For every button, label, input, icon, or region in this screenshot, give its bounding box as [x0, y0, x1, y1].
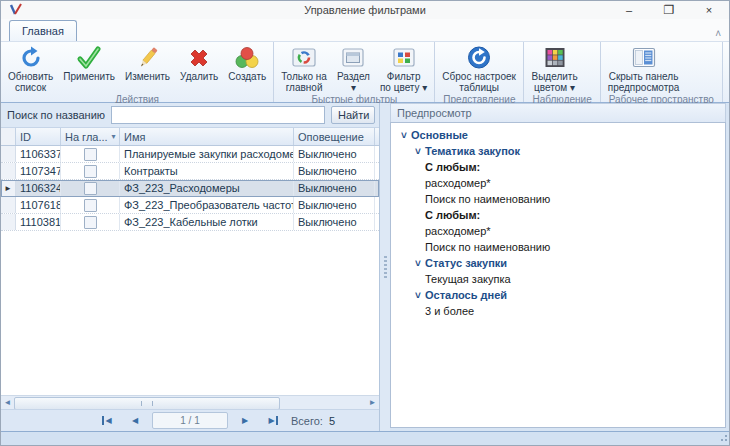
preview-panel: Предпросмотр ˅ Основные ˅ Тематика закуп…: [390, 103, 729, 431]
preview-header: Предпросмотр: [390, 103, 726, 122]
cell-alert: Выключено: [294, 180, 375, 196]
tree-node-osnovnye[interactable]: ˅ Основные: [393, 127, 725, 143]
cell-alert: Выключено: [294, 197, 375, 213]
hide-preview-icon: [631, 45, 657, 71]
apply-button[interactable]: Применить: [58, 43, 120, 93]
tree-node-label: Статус закупки: [425, 257, 507, 269]
table-row[interactable]: 1106337 Планируемые закупки расходомеры …: [1, 146, 379, 163]
checkbox-unchecked[interactable]: [84, 199, 97, 212]
prev-page-icon: ◀: [132, 416, 138, 425]
filters-grid: ID На гла... ▾ Имя Оповещение Раздел 110…: [1, 128, 379, 395]
only-main-button[interactable]: Только на главной: [276, 43, 332, 93]
row-indicator: [1, 163, 16, 179]
column-header-name[interactable]: Имя: [120, 128, 294, 145]
ribbon-group-quick-filters: Только на главной Раздел ▾: [274, 42, 435, 102]
scrollbar-track[interactable]: [14, 397, 366, 408]
tree-node-days-left[interactable]: ˅ Осталось дней: [393, 287, 725, 303]
column-filter-icon[interactable]: ▾: [112, 132, 116, 141]
chevron-down-icon[interactable]: ˅: [411, 146, 425, 157]
splitter-grip-icon: [384, 256, 387, 278]
horizontal-scrollbar[interactable]: ◄ ►: [1, 395, 379, 409]
tree-leaf: Текущая закупка: [393, 271, 725, 287]
tree-leaf: С любым:: [393, 159, 725, 175]
cell-id: 1107347: [16, 163, 61, 179]
cell-on-main: [61, 197, 120, 213]
cell-name: ФЗ_223_Преобразователь частоты: [120, 197, 294, 213]
column-header-section[interactable]: Раздел: [375, 128, 379, 145]
grid-body: 1106337 Планируемые закупки расходомеры …: [1, 146, 379, 231]
grid-header-row: ID На гла... ▾ Имя Оповещение Раздел: [1, 128, 379, 146]
highlight-color-button[interactable]: Выделить цветом ▾: [526, 43, 582, 93]
tree-leaf-label: Текущая закупка: [425, 273, 511, 285]
ribbon-group-workspace: Скрыть панель предпросмотра Рабочее прос…: [601, 42, 723, 102]
button-label: Применить: [63, 71, 115, 82]
tree-leaf-label: Поиск по наименованию: [425, 193, 550, 205]
last-page-icon: ▶: [268, 416, 277, 425]
chevron-down-icon[interactable]: ˅: [397, 130, 411, 141]
tree-leaf-label: расходомер*: [425, 225, 491, 237]
title-bar: Управление фильтрами – ❐ ×: [1, 1, 729, 19]
tree-node-status[interactable]: ˅ Статус закупки: [393, 255, 725, 271]
collapse-ribbon-icon[interactable]: ˄: [715, 28, 721, 39]
tree-leaf: расходомер*: [393, 223, 725, 239]
ribbon-group-observation: Выделить цветом ▾ Наблюдение: [524, 42, 600, 102]
checkbox-unchecked[interactable]: [84, 216, 97, 229]
column-header-id[interactable]: ID: [16, 128, 61, 145]
page-number-box[interactable]: 1 / 1: [152, 412, 228, 429]
cell-on-main: [61, 180, 120, 196]
cell-name: Контракты: [120, 163, 294, 179]
tree-node-tematika[interactable]: ˅ Тематика закупок: [393, 143, 725, 159]
table-row[interactable]: 1110381 ФЗ_223_Кабельные лотки Выключено…: [1, 214, 379, 231]
scroll-right-icon[interactable]: ►: [366, 396, 379, 409]
section-window-icon: [340, 45, 366, 71]
row-indicator: [1, 197, 16, 213]
hide-preview-panel-button[interactable]: Скрыть панель предпросмотра: [603, 43, 685, 93]
edit-button[interactable]: Изменить: [120, 43, 175, 93]
chevron-down-icon[interactable]: ˅: [411, 290, 425, 301]
maximize-button[interactable]: ❐: [649, 1, 689, 19]
checkbox-unchecked[interactable]: [84, 182, 97, 195]
table-row-selected[interactable]: ► 1106324 ФЗ_223_Расходомеры Выключено Е…: [1, 180, 379, 197]
table-row[interactable]: 1107618 ФЗ_223_Преобразователь частоты В…: [1, 197, 379, 214]
minimize-button[interactable]: –: [609, 1, 649, 19]
reset-table-icon: [466, 45, 492, 71]
panel-splitter[interactable]: [380, 103, 390, 431]
column-header-alert[interactable]: Оповещение: [294, 128, 375, 145]
pager-last-button[interactable]: ▶: [262, 412, 284, 429]
find-button[interactable]: Найти: [331, 106, 375, 124]
tree-node-label: Тематика закупок: [425, 145, 520, 157]
pager-next-button[interactable]: ▶: [234, 412, 256, 429]
refresh-icon: [18, 45, 44, 71]
cell-on-main: [61, 214, 120, 230]
tab-glavnaya[interactable]: Главная: [9, 20, 77, 41]
create-button[interactable]: Создать: [223, 43, 271, 93]
checkbox-unchecked[interactable]: [84, 165, 97, 178]
button-label: Раздел: [337, 71, 370, 82]
main-screen-icon: [291, 45, 317, 71]
delete-button[interactable]: Удалить: [175, 43, 223, 93]
tree-leaf: расходомер*: [393, 175, 725, 191]
tree-leaf: С любым:: [393, 207, 725, 223]
pager-prev-button[interactable]: ◀: [124, 412, 146, 429]
search-input[interactable]: [111, 106, 325, 124]
table-row[interactable]: 1107347 Контракты Выключено Контракты: [1, 163, 379, 180]
filter-by-color-button[interactable]: Фильтр по цвету ▾: [375, 43, 432, 93]
section-dropdown-button[interactable]: Раздел ▾: [332, 43, 375, 93]
row-indicator: [1, 146, 16, 162]
chevron-down-icon[interactable]: ˅: [411, 258, 425, 269]
button-label: Обновить: [8, 71, 53, 82]
create-circles-icon: [234, 45, 260, 71]
column-header-on-main[interactable]: На гла... ▾: [61, 128, 120, 145]
checkbox-unchecked[interactable]: [84, 148, 97, 161]
refresh-list-button[interactable]: Обновить список: [3, 43, 58, 93]
scroll-left-icon[interactable]: ◄: [1, 396, 14, 409]
tree-leaf-label: Поиск по наименованию: [425, 241, 550, 253]
reset-table-settings-button[interactable]: Сброс настроек таблицы: [437, 43, 521, 93]
close-button[interactable]: ×: [689, 1, 729, 19]
resize-grip-icon[interactable]: [719, 435, 727, 443]
pager-first-button[interactable]: ◀: [96, 412, 118, 429]
total-label: Всего:: [291, 415, 323, 427]
status-bar: [1, 431, 729, 445]
cell-id: 1107618: [16, 197, 61, 213]
column-header-label: На гла...: [65, 131, 108, 143]
